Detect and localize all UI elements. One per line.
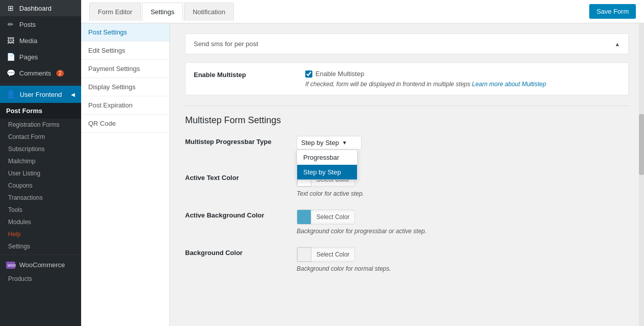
post-forms-label: Post Forms (6, 107, 43, 115)
sidebar: ⊞ Dashboard ✏ Posts 🖼 Media 📄 Pages 💬 Co… (0, 0, 81, 326)
progressbar-type-dropdown-trigger[interactable]: Step by Step ▼ (297, 136, 362, 150)
sidebar-item-tools[interactable]: Tools (0, 204, 81, 216)
tabs-bar: Form Editor Settings Notification Save F… (81, 0, 644, 23)
sidebar-item-posts[interactable]: ✏ Posts (0, 16, 81, 32)
tools-label: Tools (8, 206, 22, 213)
sidebar-item-user-frontend[interactable]: 👤 User Frontend ◀ (0, 86, 81, 103)
active-text-color-row: Active Text Color Select Color Text colo… (185, 172, 629, 197)
multistep-form-settings: Multistep Form Settings Multistep Progre… (185, 105, 629, 272)
coupons-label: Coupons (8, 182, 32, 189)
sidebar-item-products[interactable]: Products (0, 273, 81, 285)
active-text-color-help: Text color for active step. (297, 190, 629, 197)
enable-multistep-control: Enable Multistep If checked, form will b… (305, 70, 546, 88)
dropdown-arrow-icon: ▼ (342, 140, 347, 146)
background-color-help: Background color for normal steps. (297, 265, 629, 272)
background-color-label: Background Color (185, 247, 287, 257)
sidebar-item-user-listing[interactable]: User Listing (0, 167, 81, 179)
dropdown-option-progressbar[interactable]: Progressbar (297, 150, 357, 165)
subscriptions-label: Subscriptions (8, 146, 45, 153)
multistep-section-title: Multistep Form Settings (185, 105, 629, 126)
settings-nav-item-qr-code[interactable]: QR Code (81, 115, 169, 133)
tab-settings[interactable]: Settings (142, 3, 183, 21)
active-bg-color-label: Active Background Color (185, 209, 287, 219)
sms-row-label: Send sms for per post (194, 40, 258, 48)
sidebar-item-modules[interactable]: Modules (0, 216, 81, 228)
contact-form-label: Contact Form (8, 133, 45, 140)
sidebar-item-coupons[interactable]: Coupons (0, 179, 81, 192)
display-settings-nav-label: Display Settings (88, 83, 135, 91)
active-bg-color-control: Select Color Background color for progre… (297, 209, 629, 235)
pages-icon: 📄 (6, 53, 15, 61)
settings-nav-item-post-settings[interactable]: Post Settings (81, 23, 169, 42)
progressbar-type-control: Step by Step ▼ Progressbar Step by Step (297, 136, 629, 160)
background-color-row: Background Color Select Color Background… (185, 247, 629, 272)
background-color-button-label: Select Color (311, 249, 354, 260)
settings-nav-item-display-settings[interactable]: Display Settings (81, 78, 169, 96)
active-bg-color-help: Background color for progressbar or acti… (297, 228, 629, 235)
sidebar-item-help[interactable]: Help (0, 228, 81, 240)
registration-forms-label: Registration Forms (8, 121, 59, 128)
dropdown-option-step-by-step[interactable]: Step by Step (297, 165, 357, 179)
enable-multistep-help-text: If checked, form will be displayed in fr… (305, 81, 471, 88)
sidebar-item-contact-form[interactable]: Contact Form (0, 131, 81, 143)
active-bg-color-picker[interactable]: Select Color (297, 209, 355, 225)
form-editor-tab-label: Form Editor (98, 8, 132, 16)
settings-panel: Send sms for per post ▲ Enable Multistep… (170, 23, 644, 326)
help-label: Help (8, 231, 21, 238)
content-area: Post Settings Edit Settings Payment Sett… (81, 23, 644, 326)
progressbar-type-label: Multistep Progressbar Type (185, 136, 287, 146)
enable-multistep-checkbox-row: Enable Multistep (305, 70, 546, 78)
settings-nav: Post Settings Edit Settings Payment Sett… (81, 23, 170, 326)
woocommerce-icon: woo (6, 262, 15, 269)
learn-more-link[interactable]: Learn more about Multistep (472, 81, 546, 88)
main-content: Form Editor Settings Notification Save F… (81, 0, 644, 326)
post-expiration-nav-label: Post Expiration (88, 101, 132, 109)
active-text-color-label: Active Text Color (185, 172, 287, 182)
qr-code-nav-label: QR Code (88, 120, 116, 127)
sidebar-item-mailchimp[interactable]: Mailchimp (0, 155, 81, 167)
scrollbar-thumb[interactable] (639, 114, 644, 175)
media-icon: 🖼 (6, 37, 15, 45)
sidebar-dashboard-label: Dashboard (19, 5, 52, 12)
sidebar-item-media[interactable]: 🖼 Media (0, 32, 81, 49)
sidebar-item-woocommerce[interactable]: woo WooCommerce (0, 257, 81, 273)
background-color-picker[interactable]: Select Color (297, 247, 355, 262)
post-settings-nav-label: Post Settings (88, 28, 127, 36)
woocommerce-label: WooCommerce (19, 261, 65, 269)
enable-multistep-section: Enable Multistep Enable Multistep If che… (185, 62, 629, 95)
settings-nav-item-post-expiration[interactable]: Post Expiration (81, 96, 169, 115)
settings-nav-item-edit-settings[interactable]: Edit Settings (81, 42, 169, 60)
enable-multistep-help: If checked, form will be displayed in fr… (305, 81, 546, 88)
sms-row: Send sms for per post ▲ (185, 33, 629, 54)
sidebar-item-registration-forms[interactable]: Registration Forms (0, 119, 81, 131)
tab-form-editor[interactable]: Form Editor (89, 3, 141, 21)
active-bg-color-button-label: Select Color (311, 211, 354, 223)
chevron-right-icon: ◀ (71, 92, 75, 97)
sidebar-user-frontend-label: User Frontend (20, 91, 62, 98)
sidebar-item-transactions[interactable]: Transactions (0, 192, 81, 204)
enable-multistep-top: Enable Multistep Enable Multistep If che… (194, 70, 620, 88)
progressbar-type-dropdown-menu: Progressbar Step by Step (297, 150, 357, 180)
sidebar-item-settings[interactable]: Settings (0, 240, 81, 252)
sidebar-item-dashboard[interactable]: ⊞ Dashboard (0, 0, 81, 16)
sidebar-item-subscriptions[interactable]: Subscriptions (0, 143, 81, 155)
progressbar-type-row: Multistep Progressbar Type Step by Step … (185, 136, 629, 160)
notification-tab-label: Notification (193, 8, 225, 16)
sidebar-item-post-forms[interactable]: Post Forms (0, 103, 81, 119)
user-frontend-icon: 👤 (6, 90, 16, 99)
save-form-button[interactable]: Save Form (589, 4, 636, 19)
sidebar-item-pages[interactable]: 📄 Pages (0, 49, 81, 65)
products-label: Products (8, 275, 32, 282)
sidebar-item-comments[interactable]: 💬 Comments 2 (0, 65, 81, 81)
settings-nav-item-payment-settings[interactable]: Payment Settings (81, 60, 169, 78)
option-progressbar-label: Progressbar (303, 154, 339, 161)
user-listing-label: User Listing (8, 170, 40, 177)
comments-badge: 2 (56, 70, 64, 77)
enable-multistep-checkbox[interactable] (305, 70, 312, 78)
modules-label: Modules (8, 219, 31, 226)
settings-label: Settings (8, 243, 30, 250)
chevron-up-icon[interactable]: ▲ (615, 41, 620, 47)
option-step-by-step-label: Step by Step (303, 168, 341, 176)
enable-multistep-label: Enable Multistep (194, 70, 295, 79)
tab-notification[interactable]: Notification (184, 3, 234, 21)
